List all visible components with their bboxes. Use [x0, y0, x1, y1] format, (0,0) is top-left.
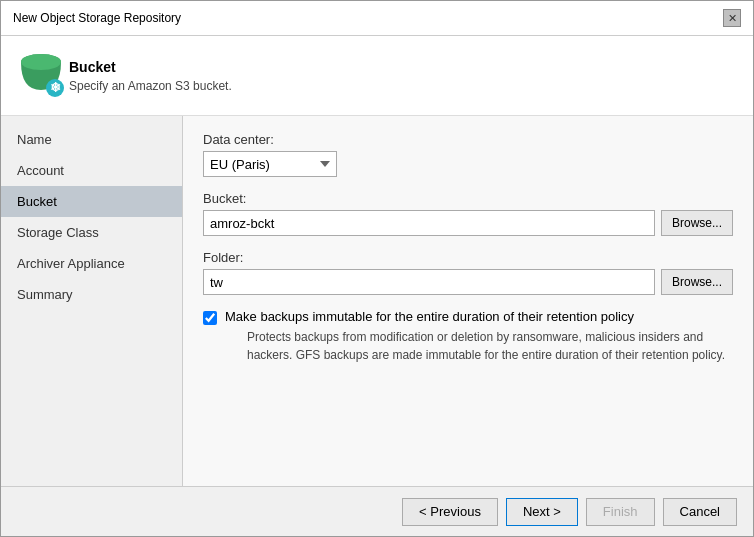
previous-button[interactable]: < Previous [402, 498, 498, 526]
immutable-checkbox[interactable] [203, 311, 217, 325]
sidebar-item-archiver-appliance[interactable]: Archiver Appliance [1, 248, 182, 279]
sidebar-item-summary[interactable]: Summary [1, 279, 182, 310]
browse-folder-button[interactable]: Browse... [661, 269, 733, 295]
dialog-title: New Object Storage Repository [13, 11, 181, 25]
header-text: Bucket Specify an Amazon S3 bucket. [69, 59, 232, 93]
sidebar-item-storage-class[interactable]: Storage Class [1, 217, 182, 248]
folder-input[interactable] [203, 269, 655, 295]
sidebar-item-name[interactable]: Name [1, 124, 182, 155]
datacenter-group: Data center: EU (Paris)US East (N. Virgi… [203, 132, 733, 177]
sidebar-item-bucket[interactable]: Bucket [1, 186, 182, 217]
next-button[interactable]: Next > [506, 498, 578, 526]
new-object-storage-repository-dialog: New Object Storage Repository ✕ ❄ Bucket… [0, 0, 754, 537]
immutable-text-group: Make backups immutable for the entire du… [225, 309, 733, 364]
datacenter-select[interactable]: EU (Paris)US East (N. Virginia)US West (… [203, 151, 337, 177]
bucket-input[interactable] [203, 210, 655, 236]
datacenter-label: Data center: [203, 132, 733, 147]
sidebar-item-account[interactable]: Account [1, 155, 182, 186]
dialog-footer: < Previous Next > Finish Cancel [1, 486, 753, 536]
browse-bucket-button[interactable]: Browse... [661, 210, 733, 236]
close-button[interactable]: ✕ [723, 9, 741, 27]
cancel-button[interactable]: Cancel [663, 498, 737, 526]
header-icon: ❄ [17, 50, 69, 102]
bucket-icon-svg: ❄ [17, 50, 65, 98]
svg-point-1 [21, 54, 61, 70]
svg-text:❄: ❄ [50, 80, 61, 95]
folder-group: Folder: Browse... [203, 250, 733, 295]
finish-button[interactable]: Finish [586, 498, 655, 526]
folder-label: Folder: [203, 250, 733, 265]
step-title: Bucket [69, 59, 232, 75]
dialog-header: ❄ Bucket Specify an Amazon S3 bucket. [1, 36, 753, 116]
main-content: Data center: EU (Paris)US East (N. Virgi… [183, 116, 753, 486]
immutable-description: Protects backups from modification or de… [247, 328, 733, 364]
bucket-row: Browse... [203, 210, 733, 236]
title-bar: New Object Storage Repository ✕ [1, 1, 753, 36]
immutable-label[interactable]: Make backups immutable for the entire du… [225, 309, 634, 324]
bucket-label: Bucket: [203, 191, 733, 206]
content-area: Name Account Bucket Storage Class Archiv… [1, 116, 753, 486]
sidebar: Name Account Bucket Storage Class Archiv… [1, 116, 183, 486]
folder-row: Browse... [203, 269, 733, 295]
step-description: Specify an Amazon S3 bucket. [69, 79, 232, 93]
immutable-group: Make backups immutable for the entire du… [203, 309, 733, 364]
bucket-group: Bucket: Browse... [203, 191, 733, 236]
